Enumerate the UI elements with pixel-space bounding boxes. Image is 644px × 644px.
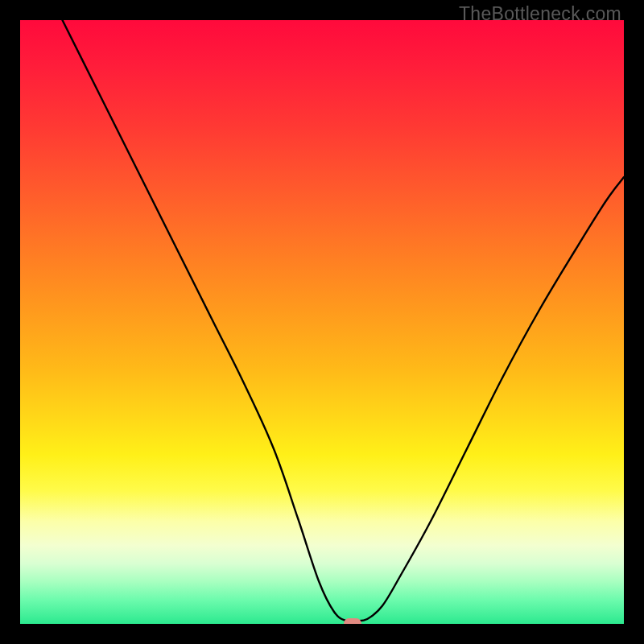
minimum-marker (344, 618, 361, 625)
bottleneck-curve-path (63, 20, 625, 621)
chart-stage: TheBottleneck.com (0, 0, 644, 644)
curve-svg (20, 20, 624, 624)
plot-area (20, 20, 624, 624)
